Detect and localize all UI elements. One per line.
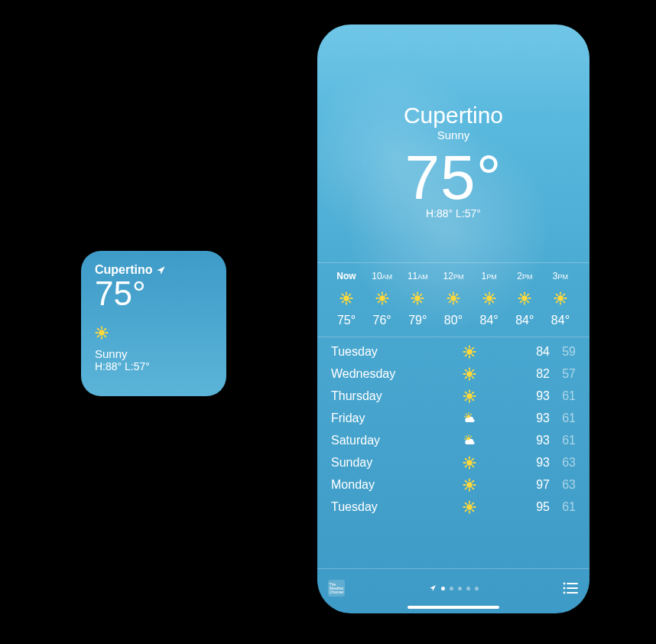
- svg-point-14: [563, 583, 566, 585]
- day-high: 93: [524, 411, 550, 425]
- hour-temperature: 75°: [337, 314, 356, 327]
- sun-icon: [411, 291, 424, 305]
- current-condition: Sunny: [317, 128, 589, 141]
- widget-high-low: H:88° L:57°: [95, 360, 213, 372]
- daily-row: Wednesday8257: [331, 363, 576, 385]
- widget-temperature: 75°: [95, 275, 213, 312]
- day-high: 82: [524, 367, 550, 381]
- hourly-forecast[interactable]: Now75°10AM76°11AM79°12PM80°1PM84°2PM84°3…: [317, 262, 589, 337]
- daily-forecast[interactable]: Tuesday8459Wednesday8257Thursday9361Frid…: [317, 337, 589, 568]
- svg-point-16: [563, 587, 566, 590]
- hour-label: 10AM: [372, 271, 392, 283]
- page-indicator: [317, 584, 589, 592]
- sun-icon: [554, 291, 567, 305]
- day-low: 61: [550, 500, 576, 514]
- widget-condition: Sunny: [95, 347, 213, 360]
- day-name: Thursday: [331, 389, 415, 403]
- location-arrow-icon: [429, 584, 437, 592]
- hour-temperature: 79°: [408, 314, 427, 327]
- location-arrow-icon: [156, 265, 166, 275]
- hour-temperature: 84°: [551, 314, 570, 327]
- day-high: 95: [524, 500, 550, 514]
- hourly-item: 12PM80°: [438, 271, 469, 327]
- hourly-item: Now75°: [331, 271, 362, 327]
- day-low: 61: [550, 434, 576, 447]
- page-dot: [466, 587, 470, 590]
- day-low: 61: [550, 389, 576, 403]
- daily-row: Monday9763: [331, 473, 576, 496]
- hourly-item: 1PM84°: [474, 271, 505, 327]
- daily-row: Tuesday9561: [331, 496, 576, 518]
- day-name: Monday: [331, 478, 415, 492]
- daily-row: Friday9361: [331, 407, 576, 429]
- sun-icon: [463, 478, 476, 492]
- sun-icon: [463, 456, 476, 470]
- high-low: H:88° L:57°: [317, 207, 589, 220]
- daily-row: Thursday9361: [331, 385, 576, 407]
- page-dot: [458, 587, 462, 590]
- sun-icon: [463, 367, 476, 381]
- page-dot: [450, 587, 453, 590]
- partly-cloudy-icon: [463, 411, 476, 425]
- sun-icon: [482, 291, 496, 305]
- current-temperature: 75°: [317, 145, 589, 210]
- day-name: Tuesday: [331, 345, 415, 359]
- day-high: 84: [524, 345, 550, 359]
- day-high: 93: [524, 389, 550, 403]
- hourly-item: 3PM84°: [545, 271, 576, 327]
- hour-label: 2PM: [517, 271, 532, 283]
- day-name: Sunday: [331, 456, 415, 470]
- day-name: Wednesday: [331, 367, 415, 381]
- hour-label: 1PM: [482, 271, 497, 283]
- sun-icon: [463, 345, 476, 359]
- hourly-item: 10AM76°: [367, 271, 398, 327]
- svg-point-18: [563, 592, 566, 594]
- sun-icon: [375, 291, 389, 305]
- hour-temperature: 84°: [515, 314, 534, 327]
- page-dot: [441, 587, 445, 590]
- hour-label: 3PM: [553, 271, 568, 283]
- day-high: 93: [524, 434, 550, 447]
- day-name: Saturday: [331, 434, 415, 447]
- day-high: 97: [524, 478, 550, 492]
- sun-icon: [447, 291, 460, 305]
- weather-widget-small[interactable]: Cupertino 75° Sunny H:88° L:57°: [81, 251, 226, 396]
- sun-icon: [518, 291, 531, 305]
- daily-row: Tuesday8459: [331, 340, 576, 363]
- bottom-toolbar: TheWeatherChannel: [317, 568, 589, 613]
- daily-row: Sunday9363: [331, 451, 576, 473]
- day-low: 63: [550, 478, 576, 492]
- weather-app-screen: Cupertino Sunny 75° H:88° L:57° Now75°10…: [317, 24, 589, 613]
- day-low: 59: [550, 345, 576, 359]
- day-high: 93: [524, 456, 550, 470]
- hour-temperature: 80°: [444, 314, 463, 327]
- hero-section: Cupertino Sunny 75° H:88° L:57°: [317, 24, 589, 220]
- locations-list-icon[interactable]: [562, 581, 579, 595]
- day-low: 57: [550, 367, 576, 381]
- hourly-item: 2PM84°: [509, 271, 540, 327]
- sun-icon: [339, 291, 353, 305]
- day-low: 61: [550, 411, 576, 425]
- page-dot: [475, 587, 479, 590]
- hour-label: 12PM: [443, 271, 464, 283]
- home-indicator[interactable]: [408, 606, 499, 609]
- day-low: 63: [550, 456, 576, 470]
- daily-row: Saturday9361: [331, 429, 576, 451]
- sun-icon: [463, 500, 476, 514]
- day-name: Tuesday: [331, 500, 415, 514]
- city-name: Cupertino: [317, 102, 589, 128]
- partly-cloudy-icon: [463, 434, 476, 447]
- day-name: Friday: [331, 411, 415, 425]
- sun-icon: [95, 326, 213, 343]
- weather-channel-badge[interactable]: TheWeatherChannel: [328, 580, 345, 597]
- sun-icon: [463, 389, 476, 403]
- hourly-item: 11AM79°: [402, 271, 433, 327]
- hour-label: Now: [336, 271, 356, 283]
- hour-temperature: 84°: [480, 314, 498, 327]
- hour-temperature: 76°: [373, 314, 391, 327]
- hour-label: 11AM: [408, 271, 428, 283]
